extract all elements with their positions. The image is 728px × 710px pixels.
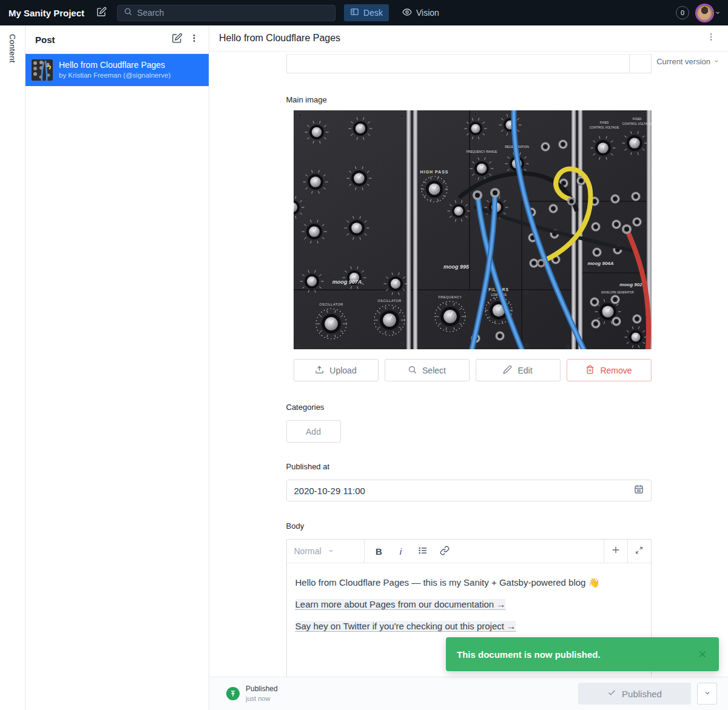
toast-message: This document is now published.	[457, 649, 601, 660]
search-input[interactable]	[137, 8, 329, 18]
eye-icon	[402, 7, 412, 19]
list-icon	[418, 546, 428, 557]
main-image-preview: HIGH PASS moog 907A moog 995 moog 904A m…	[294, 110, 652, 349]
svg-text:moog 995: moog 995	[443, 264, 469, 270]
published-at-field	[286, 480, 652, 501]
toast-notification: This document is now published.	[446, 637, 719, 671]
svg-text:CONTROL VOLTAGE: CONTROL VOLTAGE	[622, 122, 651, 126]
select-label: Select	[422, 366, 446, 375]
svg-text:OSCILLATOR: OSCILLATOR	[377, 299, 401, 303]
image-actions: Upload Select Edit	[294, 359, 652, 381]
tab-vision-label: Vision	[416, 8, 439, 18]
publish-button[interactable]: Published	[578, 683, 691, 705]
bold-button[interactable]: B	[369, 540, 389, 563]
svg-text:FREQUENCY: FREQUENCY	[438, 295, 462, 299]
link-icon	[440, 546, 450, 557]
select-button[interactable]: Select	[385, 359, 470, 381]
search-icon	[408, 365, 417, 376]
publish-status: Published just now	[246, 685, 278, 703]
edit-label: Edit	[517, 366, 532, 375]
pencil-icon	[503, 365, 512, 376]
svg-text:HIGH PASS: HIGH PASS	[420, 170, 448, 174]
create-post-button[interactable]	[169, 31, 186, 48]
kebab-icon	[189, 33, 199, 45]
list-item-text: Hello from Cloudflare Pages by Kristian …	[59, 60, 170, 79]
document-title: Hello from Cloudflare Pages	[219, 33, 703, 44]
new-document-button[interactable]	[93, 4, 110, 21]
chevron-down-icon	[328, 546, 357, 556]
editor-toolbar: Normal B i	[287, 540, 651, 563]
svg-text:ENVELOPE GENERATOR: ENVELOPE GENERATOR	[601, 291, 634, 294]
document-menu-button[interactable]	[703, 30, 720, 47]
fullscreen-button[interactable]	[627, 540, 651, 563]
post-pane-header: Post	[25, 25, 209, 54]
post-list-pane: Post	[25, 25, 209, 710]
calendar-icon[interactable]	[634, 484, 644, 497]
list-item-title: Hello from Cloudflare Pages	[59, 60, 170, 71]
published-at-label: Published at	[286, 462, 652, 472]
pane-title: Post	[35, 35, 169, 45]
upload-icon	[315, 365, 324, 376]
pane-menu-button[interactable]	[186, 31, 203, 48]
svg-text:moog 907A: moog 907A	[332, 279, 362, 285]
version-label: Current version	[656, 57, 710, 66]
published-at-input[interactable]	[294, 486, 634, 496]
tab-vision[interactable]: Vision	[396, 4, 445, 21]
sanity-studio: My Sanity Project Desk Vision 0	[0, 0, 728, 710]
version-selector[interactable]: Current version	[656, 57, 720, 66]
svg-text:moog 904A: moog 904A	[587, 261, 613, 266]
search-icon	[124, 7, 132, 18]
document-form-area: Current version Main image	[209, 52, 728, 677]
list-item-thumbnail	[32, 59, 53, 81]
compose-icon	[96, 7, 107, 19]
desk-icon	[350, 7, 359, 18]
body-paragraph[interactable]: Hello from Cloudflare Pages — this is my…	[295, 576, 642, 589]
sidebar-content-strip[interactable]: Content	[0, 25, 25, 710]
document-footer: Published just now Published	[209, 677, 728, 710]
list-item-subtitle: by Kristian Freeman (@signalnerve)	[59, 71, 170, 80]
publish-status-icon	[226, 687, 240, 700]
chevron-down-icon	[713, 57, 720, 66]
search-bar[interactable]	[117, 5, 335, 21]
block-style-select[interactable]: Normal	[287, 540, 365, 563]
bullet-list-button[interactable]	[413, 540, 433, 563]
svg-text:CONTROL VOLTAGE: CONTROL VOLTAGE	[589, 126, 619, 129]
close-icon[interactable]	[697, 649, 708, 660]
body-label: Body	[286, 521, 652, 531]
publish-menu-button[interactable]	[697, 683, 717, 705]
categories-label: Categories	[286, 403, 652, 412]
tab-desk-label: Desk	[363, 8, 383, 18]
publish-status-label: Published	[246, 685, 278, 694]
publish-status-time: just now	[246, 694, 278, 703]
plus-icon	[611, 545, 621, 557]
expand-icon	[635, 546, 643, 557]
document-pane: Hello from Cloudflare Pages Current vers…	[209, 25, 728, 710]
check-icon	[607, 688, 616, 699]
svg-text:FREQUENCY RANGE: FREQUENCY RANGE	[466, 150, 497, 153]
italic-button[interactable]: i	[391, 540, 411, 563]
chevron-down-icon	[704, 689, 711, 698]
svg-text:FIXED: FIXED	[599, 121, 608, 124]
upload-label: Upload	[329, 366, 356, 375]
link-button[interactable]	[435, 540, 454, 563]
svg-text:FIXED: FIXED	[632, 117, 641, 121]
add-category-button[interactable]: Add	[286, 420, 341, 443]
upload-button[interactable]: Upload	[294, 359, 379, 381]
block-style-value: Normal	[294, 546, 323, 556]
remove-label: Remove	[600, 366, 632, 375]
insert-block-button[interactable]	[604, 540, 627, 563]
body-link-twitter[interactable]: Say hey on Twitter if you're checking ou…	[295, 621, 516, 632]
publish-button-label: Published	[622, 689, 662, 699]
kebab-icon	[706, 32, 716, 44]
body-link-docs[interactable]: Learn more about Pages from our document…	[295, 599, 506, 610]
content-strip-label: Content	[8, 34, 17, 710]
edit-button[interactable]: Edit	[476, 359, 561, 381]
notifications-badge[interactable]: 0	[676, 6, 689, 19]
svg-text:OSCILLATOR: OSCILLATOR	[319, 303, 343, 306]
user-menu[interactable]	[696, 5, 721, 21]
remove-button[interactable]: Remove	[567, 359, 652, 381]
slug-field-cutoff[interactable]	[286, 54, 652, 73]
tab-desk[interactable]: Desk	[344, 4, 389, 21]
list-item[interactable]: Hello from Cloudflare Pages by Kristian …	[25, 54, 209, 86]
avatar	[696, 5, 713, 21]
